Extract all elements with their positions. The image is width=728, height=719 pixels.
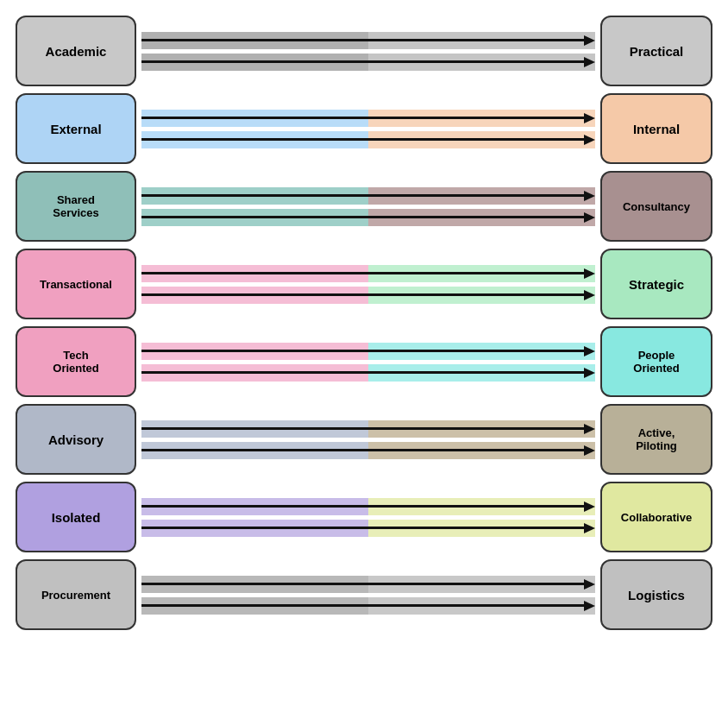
arrow-1-procurement bbox=[141, 597, 595, 615]
right-label-tech-oriented: People Oriented bbox=[600, 326, 712, 397]
main-container: AcademicPracticalExternalInternalShared … bbox=[9, 9, 719, 637]
left-label-academic: Academic bbox=[16, 16, 136, 86]
arrow-0-tech-oriented bbox=[141, 343, 595, 360]
left-label-shared-services: Shared Services bbox=[16, 171, 136, 242]
arrow-1-academic bbox=[141, 54, 595, 71]
arrow-1-isolated bbox=[141, 520, 595, 537]
arrow-0-transactional bbox=[141, 265, 595, 282]
bars-procurement bbox=[141, 576, 595, 615]
left-label-transactional: Transactional bbox=[16, 249, 136, 319]
row-external: ExternalInternal bbox=[16, 93, 712, 164]
bar-row-1-academic bbox=[141, 54, 595, 71]
bar-row-1-external bbox=[141, 131, 595, 148]
left-label-isolated: Isolated bbox=[16, 482, 136, 552]
bars-shared-services bbox=[141, 187, 595, 226]
bars-tech-oriented bbox=[141, 343, 595, 382]
arrow-0-academic bbox=[141, 32, 595, 49]
bar-row-0-tech-oriented bbox=[141, 343, 595, 360]
bar-row-0-shared-services bbox=[141, 187, 595, 205]
arrow-0-isolated bbox=[141, 498, 595, 515]
bar-row-0-isolated bbox=[141, 498, 595, 515]
bar-row-1-shared-services bbox=[141, 209, 595, 226]
row-advisory: AdvisoryActive, Piloting bbox=[16, 404, 712, 475]
bars-external bbox=[141, 110, 595, 148]
bar-row-1-procurement bbox=[141, 597, 595, 615]
left-label-external: External bbox=[16, 93, 136, 164]
arrow-1-shared-services bbox=[141, 209, 595, 226]
arrow-1-external bbox=[141, 131, 595, 148]
arrow-1-transactional bbox=[141, 287, 595, 304]
right-label-academic: Practical bbox=[600, 16, 712, 86]
left-label-tech-oriented: Tech Oriented bbox=[16, 326, 136, 397]
right-label-procurement: Logistics bbox=[600, 559, 712, 630]
left-label-procurement: Procurement bbox=[16, 559, 136, 630]
right-label-transactional: Strategic bbox=[600, 249, 712, 319]
bars-advisory bbox=[141, 420, 595, 459]
arrow-0-external bbox=[141, 110, 595, 127]
arrow-1-tech-oriented bbox=[141, 364, 595, 382]
bar-row-0-external bbox=[141, 110, 595, 127]
row-academic: AcademicPractical bbox=[16, 16, 712, 86]
right-label-isolated: Collaborative bbox=[600, 482, 712, 552]
bar-row-0-advisory bbox=[141, 420, 595, 438]
arrow-1-advisory bbox=[141, 442, 595, 459]
bar-row-1-tech-oriented bbox=[141, 364, 595, 382]
bars-academic bbox=[141, 32, 595, 71]
arrow-0-shared-services bbox=[141, 187, 595, 205]
row-transactional: TransactionalStrategic bbox=[16, 249, 712, 319]
bar-row-1-isolated bbox=[141, 520, 595, 537]
right-label-shared-services: Consultancy bbox=[600, 171, 712, 242]
bar-row-0-academic bbox=[141, 32, 595, 49]
row-isolated: IsolatedCollaborative bbox=[16, 482, 712, 552]
bar-row-0-transactional bbox=[141, 265, 595, 282]
bar-row-1-advisory bbox=[141, 442, 595, 459]
arrow-0-advisory bbox=[141, 420, 595, 438]
arrow-0-procurement bbox=[141, 576, 595, 593]
bar-row-0-procurement bbox=[141, 576, 595, 593]
bar-row-1-transactional bbox=[141, 287, 595, 304]
row-tech-oriented: Tech OrientedPeople Oriented bbox=[16, 326, 712, 397]
row-procurement: ProcurementLogistics bbox=[16, 559, 712, 630]
right-label-external: Internal bbox=[600, 93, 712, 164]
left-label-advisory: Advisory bbox=[16, 404, 136, 475]
right-label-advisory: Active, Piloting bbox=[600, 404, 712, 475]
bars-isolated bbox=[141, 498, 595, 537]
bars-transactional bbox=[141, 265, 595, 304]
row-shared-services: Shared ServicesConsultancy bbox=[16, 171, 712, 242]
